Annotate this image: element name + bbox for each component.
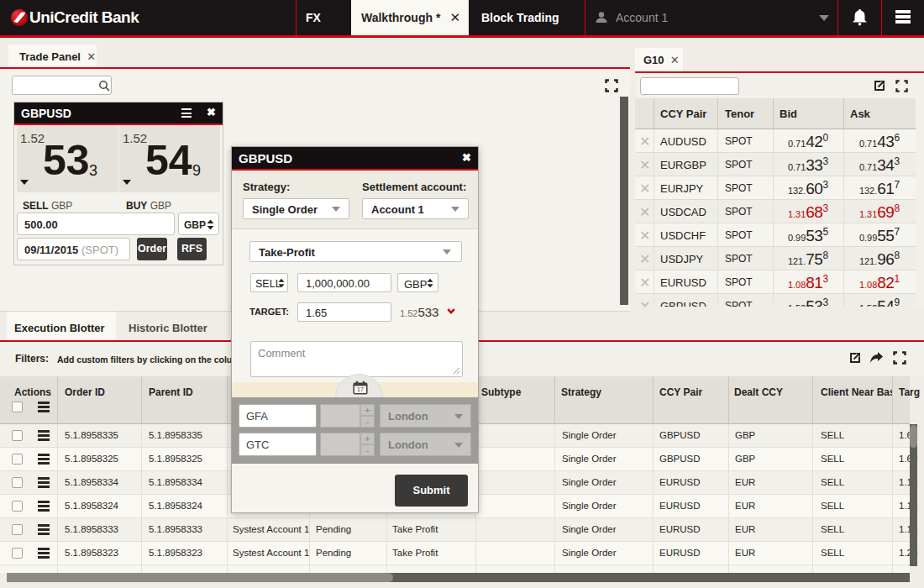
svg-text:17: 17 <box>357 386 364 392</box>
